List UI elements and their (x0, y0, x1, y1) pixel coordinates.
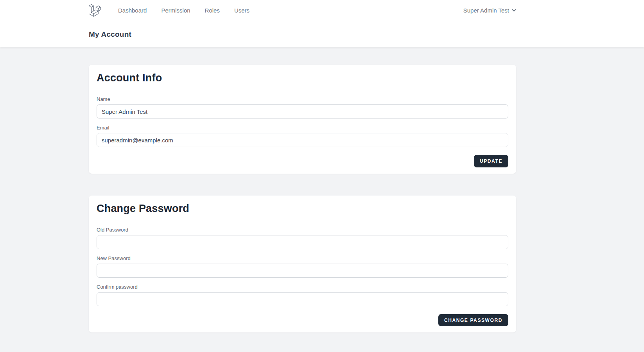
old-password-label: Old Password (97, 227, 508, 233)
page-title: My Account (89, 30, 516, 39)
old-password-input[interactable] (97, 235, 508, 249)
update-button[interactable]: UPDATE (474, 155, 508, 167)
old-password-field-group: Old Password (97, 227, 508, 249)
name-input[interactable] (97, 104, 508, 119)
account-info-actions: UPDATE (97, 155, 508, 169)
new-password-field-group: New Password (97, 255, 508, 278)
user-menu-dropdown[interactable]: Super Admin Test (463, 7, 516, 14)
name-label: Name (97, 96, 508, 102)
nav-link-users[interactable]: Users (234, 0, 249, 21)
confirm-password-label: Confirm password (97, 284, 508, 290)
user-menu-label: Super Admin Test (463, 7, 509, 14)
account-info-title: Account Info (97, 71, 508, 84)
main-content: Account Info Name Email UPDATE Change Pa… (89, 47, 516, 349)
nav-link-permission[interactable]: Permission (161, 0, 190, 21)
email-field-group: Email (97, 125, 508, 147)
nav-link-dashboard[interactable]: Dashboard (118, 0, 147, 21)
change-password-button[interactable]: CHANGE PASSWORD (438, 314, 508, 326)
nav-link-roles[interactable]: Roles (205, 0, 220, 21)
top-navbar: Dashboard Permission Roles Users Super A… (0, 0, 644, 21)
change-password-title: Change Password (97, 202, 508, 215)
laravel-logo[interactable] (89, 4, 101, 17)
email-input[interactable] (97, 133, 508, 147)
chevron-down-icon (512, 9, 516, 12)
confirm-password-input[interactable] (97, 292, 508, 306)
account-info-form: Name Email UPDATE (97, 96, 508, 169)
new-password-input[interactable] (97, 264, 508, 278)
page-header: My Account (0, 21, 644, 47)
name-field-group: Name (97, 96, 508, 119)
new-password-label: New Password (97, 255, 508, 261)
account-info-card: Account Info Name Email UPDATE (89, 65, 516, 174)
laravel-logo-icon (89, 4, 101, 17)
email-label: Email (97, 125, 508, 131)
change-password-actions: CHANGE PASSWORD (97, 314, 508, 328)
confirm-password-field-group: Confirm password (97, 284, 508, 306)
change-password-card: Change Password Old Password New Passwor… (89, 196, 516, 332)
change-password-form: Old Password New Password Confirm passwo… (97, 227, 508, 328)
nav-links: Dashboard Permission Roles Users (118, 0, 249, 21)
